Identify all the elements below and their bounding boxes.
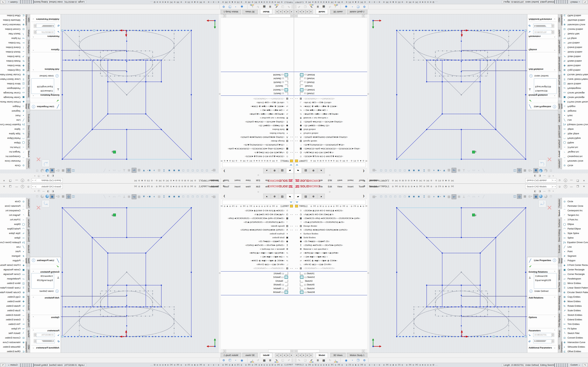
collapse-icon[interactable]: ⌃ (554, 35, 555, 38)
tree-item-sketch[interactable]: (-) Sketch5 (294, 283, 367, 287)
document-tab[interactable]: Motion Study 1 (221, 353, 241, 358)
headsup-icon[interactable]: ■ (412, 194, 416, 199)
panel-help-icon[interactable]: ? (32, 105, 35, 108)
sketch-tool-item[interactable]: ◐ Silhouette Entities (562, 345, 588, 349)
sketch-tool-item[interactable]: ▱ Parallelogram (562, 86, 588, 91)
tree-item[interactable]: ◂ ▸ ▤ Design Binder (294, 224, 367, 228)
sketch-tool-item[interactable]: ⊺ Extend Entities (0, 317, 26, 322)
commandmanager-tab[interactable]: Evaluate (558, 243, 562, 254)
commandmanager-tab[interactable]: Data Migration (558, 312, 562, 328)
pane-nav-button[interactable]: ▶ (306, 353, 309, 357)
panel-help-icon[interactable]: ? (553, 259, 556, 262)
sketch-tool-item[interactable]: ╰ Sketch Fillet (562, 32, 588, 36)
tree-scrollbar[interactable]: ◂ ▸ (221, 14, 294, 18)
headsup-icon[interactable]: □ (379, 194, 383, 199)
tree-item-sketch[interactable]: (-) Sketch6 (221, 291, 294, 294)
headsup-icon[interactable]: □ (190, 168, 195, 173)
options-header[interactable]: Options (51, 48, 59, 51)
commandmanager-tab[interactable]: Mold Tools (26, 75, 30, 85)
add-relations-header[interactable]: Add Relations (529, 68, 543, 70)
headsup-icon[interactable]: □ (403, 168, 407, 173)
tree-item-sketch[interactable]: Sketch3 (221, 84, 294, 88)
scroll-left-icon[interactable]: ◂ (291, 14, 294, 17)
sketch-tool-item[interactable]: ⊺ Extend Entities (562, 317, 588, 322)
toolbar-icon[interactable]: ◔ (233, 5, 238, 9)
scroll-left-icon[interactable]: ◂ (291, 350, 294, 353)
panel-splitter[interactable] (367, 194, 369, 353)
scroll-right-icon[interactable]: ▸ (223, 350, 226, 353)
tree-item[interactable]: ◖ Surface Bodies (294, 232, 367, 236)
sketch-tool-item[interactable]: ◜ Tangent Arc (562, 150, 588, 154)
sketch-tool-item[interactable]: ⠿ Linear Sketch Pattern (562, 77, 588, 82)
expand-icon[interactable]: ⌄ (33, 347, 34, 349)
sketch-tool-item[interactable]: ⌒ Centerpoint Arc (562, 154, 588, 159)
headsup-icon[interactable]: □ (388, 168, 393, 173)
toolbar-grip[interactable] (293, 5, 293, 8)
tree-item[interactable]: ◖ Surface Bodies (221, 232, 294, 236)
headsup-icon[interactable]: ▾ (55, 168, 57, 173)
scroll-right-icon[interactable]: ▸ (362, 14, 365, 17)
headsup-icon[interactable]: ⊞ (127, 168, 131, 173)
sketch-tool-item[interactable]: # Segment (562, 109, 588, 113)
tree-item[interactable]: ◂ ▸ ▤ Design Binder (294, 139, 367, 143)
sketch-tool-item[interactable]: ▱ Parallelogram (0, 276, 26, 281)
sketch-tool-item[interactable]: ⌢ 3 Point Arc (0, 217, 26, 222)
relation-entry[interactable]: Equal length109 (535, 278, 556, 283)
headsup-icon[interactable]: ■ (177, 194, 181, 199)
flyout-expand-icon[interactable]: ❯ (223, 170, 225, 173)
tree-item[interactable]: ≣ Material < not specified > (294, 116, 367, 120)
sketch-tool-item[interactable]: ↗ Scale Entities (562, 54, 588, 59)
sketch-tool-item[interactable]: ◜ Tangent Arc (0, 150, 26, 154)
toolbar-grip[interactable] (292, 359, 292, 362)
tree-item[interactable]: ∟ ○ИΝ◦9С◦♟◎○◦○◎♟◦С9◦ИΝ○ (221, 262, 294, 266)
toolbar-icon[interactable]: ∟ (250, 5, 254, 9)
headsup-icon[interactable]: ⊥ (122, 194, 126, 199)
tree-item-sketch[interactable]: (-) Sketch1 (221, 272, 294, 275)
tree-item[interactable]: ◂ ▸ ◷ ○Λ♟◎♣2S◦ЖΟ◦ΟЖ◦2S♣◎♟Λ○ (294, 151, 367, 154)
sketch-tool-item[interactable]: ∿ Style Spline (0, 231, 26, 236)
angle-spinner[interactable]: ▲▼ (551, 339, 554, 343)
headsup-icon[interactable]: □ (200, 168, 204, 173)
headsup-icon[interactable] (41, 169, 44, 173)
angle-spinner[interactable]: ▲▼ (34, 339, 37, 343)
headsup-icon[interactable]: ⊟ (427, 194, 431, 199)
tree-filter-input[interactable] (295, 163, 366, 167)
status-profile-dropdown[interactable]: Custom ▴ (569, 0, 581, 4)
headsup-icon[interactable]: ▾ (55, 194, 57, 199)
panel-tab[interactable]: ▰ (294, 168, 302, 173)
sketch-tool-item[interactable]: ⊙ Circle (562, 199, 588, 204)
tree-item[interactable]: ◉ ○2S·Π♣♟Ш○◦○Ш♟♣Π·2S○ (294, 124, 367, 128)
toolbar-icon[interactable]: ✐ (309, 358, 314, 362)
sketch-tool-item[interactable]: ▪ Point (562, 249, 588, 254)
sketch-tool-item[interactable]: ⌢ 3 Point Arc (562, 217, 588, 222)
relation-badge[interactable]: ▫3 (472, 214, 476, 216)
sketch-tool-item[interactable]: ⊞ Copy Entities (0, 295, 26, 299)
sketch-tool-item[interactable]: ◯ Ellipse (0, 222, 26, 226)
headsup-icon[interactable]: ▧ (137, 194, 141, 199)
length-spinner[interactable]: ▲▼ (551, 30, 554, 34)
headsup-icon[interactable]: □ (379, 168, 383, 173)
headsup-icon[interactable]: □ (384, 168, 388, 173)
toolbar-icon[interactable]: ◔ (350, 5, 355, 9)
tree-item-sketch[interactable]: Sketch3 (294, 84, 367, 88)
sketch-tool-item[interactable]: ƒx Equation Driven Curve (562, 122, 588, 127)
toolbar-grip[interactable] (293, 359, 293, 362)
headsup-icon[interactable]: ■ (407, 194, 411, 199)
pane-nav-button[interactable]: ◀ (294, 10, 298, 14)
expand-icon[interactable]: ⌄ (554, 18, 555, 20)
relation-entry[interactable]: Equal length109 (535, 84, 556, 89)
pane-nav-button[interactable]: ◀ (298, 10, 302, 14)
document-tab[interactable]: 3D Views (330, 9, 346, 14)
commandmanager-tab[interactable]: Direct Editing (558, 125, 562, 138)
tree-item-sketch[interactable]: (-) Sketch4 (221, 287, 294, 291)
commandmanager-tab[interactable]: Evaluate (26, 113, 30, 124)
headsup-icon[interactable]: □ (205, 168, 209, 173)
tree-item-sketch[interactable]: (-) Sketch1 (221, 92, 294, 96)
tree-item-sketch[interactable]: Sketch3 (294, 279, 367, 283)
sketch-tool-item[interactable]: ◐ Silhouette Entities (0, 345, 26, 349)
status-profile-dropdown[interactable]: Custom ▴ (7, 363, 19, 367)
document-tab[interactable]: Model (260, 9, 272, 14)
tree-item[interactable]: ≣ Material < not specified > (221, 247, 294, 251)
headsup-icon[interactable]: □ (398, 194, 402, 199)
sketch-tool-item[interactable]: ⌂ Polygon (562, 258, 588, 263)
